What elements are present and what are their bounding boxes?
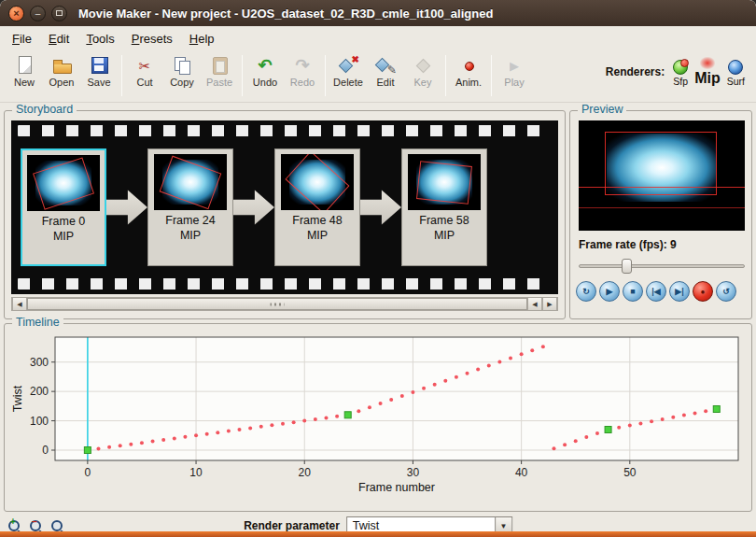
- transition-arrow-icon: [106, 186, 147, 229]
- left-arrow-icon: ◀: [532, 301, 537, 308]
- toolbar-separator: [121, 55, 122, 96]
- play-button[interactable]: ▶ Play: [496, 53, 533, 90]
- storyboard-frame-2[interactable]: Frame 48 MIP: [274, 148, 360, 266]
- undo-arrow-icon: ↶: [254, 55, 276, 76]
- toolbar-button-label: Open: [49, 77, 75, 88]
- renderer-label: Sfp: [673, 76, 688, 87]
- open-button[interactable]: Open: [43, 53, 80, 90]
- svg-text:0: 0: [85, 466, 91, 479]
- menu-tools[interactable]: Tools: [77, 28, 122, 49]
- slider-thumb[interactable]: [622, 259, 632, 274]
- play-icon: ▶: [607, 287, 613, 296]
- renderer-sfp[interactable]: Sfp: [673, 60, 688, 87]
- clip-plane-line: [579, 187, 745, 188]
- toolbar-button-label: Copy: [170, 77, 194, 88]
- scroll-left-button[interactable]: ◀: [12, 298, 27, 310]
- close-button[interactable]: ×: [8, 6, 24, 21]
- frame-name: Frame 24: [165, 213, 216, 228]
- save-button[interactable]: Save: [80, 53, 118, 90]
- storyboard-scrollbar[interactable]: ◀ ◀ ▶: [11, 297, 558, 311]
- frame-thumbnail: [27, 155, 100, 211]
- edit-keyframe-button[interactable]: ✎ Edit: [367, 53, 404, 90]
- stop-button[interactable]: ■: [623, 281, 643, 302]
- copy-button[interactable]: Copy: [163, 53, 201, 90]
- mip-renderer-icon: [700, 57, 715, 69]
- key-button[interactable]: Key: [404, 53, 441, 90]
- loop-button[interactable]: ↻: [576, 281, 596, 302]
- toolbar-button-label: Edit: [377, 77, 395, 88]
- frames-row: Frame 0 MIP Frame 24 MIP: [18, 145, 552, 270]
- svg-text:300: 300: [30, 356, 49, 369]
- window-title: Movie Maker - New project - U2OS_dataset…: [78, 7, 756, 21]
- bounding-box-overlay: [416, 161, 472, 204]
- delete-keyframe-icon: ✖: [337, 55, 359, 76]
- storyboard-panel: Storyboard Frame 0 MIP: [4, 110, 566, 319]
- storyboard-frame-3[interactable]: Frame 58 MIP: [401, 148, 487, 266]
- toolbar: New Open Save ✂ Cut Copy Paste ↶ Undo: [0, 50, 756, 103]
- reset-rotation-button[interactable]: ↺: [716, 281, 736, 302]
- record-icon: ●: [701, 288, 706, 296]
- titlebar[interactable]: × – Movie Maker - New project - U2OS_dat…: [0, 0, 756, 26]
- window-controls: × –: [8, 6, 67, 21]
- save-floppy-icon: [88, 55, 110, 76]
- frame-rate-slider[interactable]: [579, 259, 745, 274]
- surf-renderer-icon: [728, 60, 743, 75]
- scroll-right-button[interactable]: ▶: [542, 298, 557, 310]
- renderer-surf[interactable]: Surf: [727, 60, 745, 87]
- timeline-chart[interactable]: 010020030001020304050Frame numberTwist: [8, 330, 748, 507]
- scroll-left-button-2[interactable]: ◀: [527, 298, 542, 310]
- toolbar-button-label: Redo: [290, 77, 315, 88]
- menu-edit[interactable]: Edit: [40, 28, 77, 49]
- toolbar-button-label: Anim.: [455, 77, 482, 88]
- storyboard-frame-0[interactable]: Frame 0 MIP: [21, 148, 106, 266]
- maximize-button[interactable]: [51, 6, 67, 21]
- transition-arrow-icon: [360, 186, 401, 229]
- animation-icon: [457, 55, 480, 76]
- toolbar-separator: [445, 55, 446, 96]
- storyboard-frame-1[interactable]: Frame 24 MIP: [147, 148, 233, 266]
- film-sprocket-holes: [18, 125, 552, 136]
- record-button[interactable]: ●: [693, 281, 713, 302]
- paste-button[interactable]: Paste: [201, 53, 238, 90]
- menu-presets[interactable]: Presets: [123, 28, 181, 49]
- scrollbar-thumb[interactable]: [27, 298, 527, 310]
- filmstrip: Frame 0 MIP Frame 24 MIP: [11, 120, 558, 294]
- first-frame-icon: |◀: [651, 287, 660, 296]
- menu-help[interactable]: Help: [181, 28, 223, 49]
- new-button[interactable]: New: [6, 53, 43, 90]
- frame-renderer: MIP: [53, 229, 74, 244]
- first-frame-button[interactable]: |◀: [646, 281, 666, 302]
- clip-plane-line: [579, 207, 745, 208]
- svg-text:40: 40: [515, 466, 528, 479]
- frame-thumbnail: [281, 154, 354, 210]
- delete-keyframe-button[interactable]: ✖ Delete: [329, 53, 367, 90]
- cut-button[interactable]: ✂ Cut: [126, 53, 163, 90]
- renderer-label: Mip: [694, 70, 721, 87]
- frame-renderer: MIP: [434, 228, 455, 243]
- undo-button[interactable]: ↶ Undo: [246, 53, 284, 90]
- menubar: File Edit Tools Presets Help: [0, 26, 756, 50]
- left-arrow-icon: ◀: [17, 301, 21, 308]
- svg-text:Frame number: Frame number: [358, 481, 435, 494]
- redo-button[interactable]: ↷ Redo: [284, 53, 321, 90]
- open-folder-icon: [50, 55, 73, 76]
- last-frame-button[interactable]: ▶|: [669, 281, 690, 302]
- toolbar-button-label: Paste: [206, 77, 232, 88]
- menu-file[interactable]: File: [4, 28, 40, 49]
- toolbar-button-label: New: [14, 77, 35, 88]
- play-preview-button[interactable]: ▶: [599, 281, 620, 302]
- new-file-icon: [13, 55, 35, 76]
- slider-track: [579, 264, 745, 268]
- minimize-button[interactable]: –: [30, 6, 46, 21]
- svg-text:30: 30: [407, 466, 420, 479]
- frame-rate-label: Frame rate (fps): 9: [579, 238, 677, 251]
- svg-text:100: 100: [30, 415, 49, 428]
- loop-icon: ↻: [582, 287, 590, 296]
- play-icon: ▶: [503, 55, 525, 76]
- svg-text:200: 200: [30, 385, 49, 398]
- toolbar-button-label: Save: [87, 77, 110, 88]
- minimize-icon: –: [35, 8, 41, 19]
- anim-button[interactable]: Anim.: [450, 53, 487, 90]
- transition-arrow-icon: [233, 186, 274, 229]
- renderer-mip[interactable]: Mip: [694, 57, 721, 87]
